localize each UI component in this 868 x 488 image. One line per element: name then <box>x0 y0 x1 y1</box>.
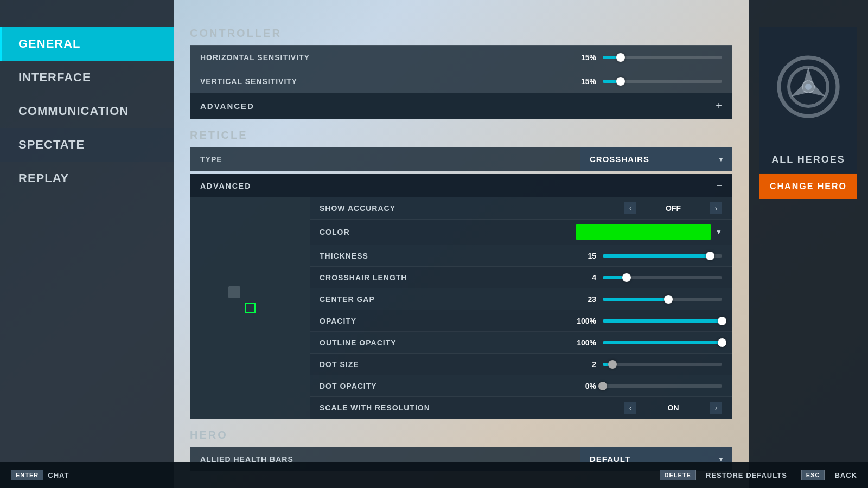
sidebar-item-communication[interactable]: COMMUNICATION <box>0 94 174 128</box>
show-accuracy-next[interactable]: › <box>710 202 722 214</box>
color-picker[interactable]: ▼ <box>576 224 722 240</box>
sidebar-item-replay[interactable]: REPLAY <box>0 162 174 195</box>
color-swatch[interactable] <box>576 224 711 240</box>
opacity-row: OPACITY 100% <box>310 310 732 332</box>
controller-advanced-expand-icon: + <box>716 100 722 112</box>
crosshair-preview-area <box>190 197 310 419</box>
controller-advanced-label: ADVANCED <box>200 101 716 111</box>
outline-opacity-slider[interactable] <box>603 341 722 344</box>
crosshair-length-row: CROSSHAIR LENGTH 4 <box>310 267 732 288</box>
horizontal-sensitivity-row: HORIZONTAL SENSITIVITY 15% <box>190 46 732 69</box>
controller-box: HORIZONTAL SENSITIVITY 15% VERTICAL SENS… <box>190 45 732 119</box>
dot-size-slider[interactable] <box>603 363 722 366</box>
dot-size-label: DOT SIZE <box>320 360 569 369</box>
show-accuracy-prev[interactable]: ‹ <box>624 202 636 214</box>
dot-size-value: 2 <box>569 360 596 369</box>
outline-opacity-row: OUTLINE OPACITY 100% <box>310 332 732 354</box>
scale-resolution-row: SCALE WITH RESOLUTION ‹ ON › <box>310 397 732 419</box>
hero-section-title: HERO <box>190 429 732 441</box>
sidebar: GENERAL INTERFACE COMMUNICATION SPECTATE… <box>0 0 174 488</box>
sidebar-item-interface[interactable]: INTERFACE <box>0 61 174 94</box>
controller-section-title: CONTROLLER <box>190 27 732 40</box>
dot-size-row: DOT SIZE 2 <box>310 354 732 375</box>
dot-opacity-slider[interactable] <box>603 384 722 388</box>
show-accuracy-label: SHOW ACCURACY <box>320 204 624 213</box>
vertical-sensitivity-value: 15% <box>569 77 596 86</box>
dot-opacity-value: 0% <box>569 382 596 390</box>
scale-resolution-toggle: ‹ ON › <box>624 402 722 414</box>
outline-opacity-value: 100% <box>569 338 596 347</box>
reticle-type-row: TYPE CROSSHAIRS DOT CIRCLE CIRCLE AND CR… <box>190 147 732 171</box>
scale-resolution-next[interactable]: › <box>710 402 722 414</box>
delete-key-badge: DELETE <box>660 470 696 480</box>
dot-opacity-label: DOT OPACITY <box>320 382 569 390</box>
sidebar-item-general-label: GENERAL <box>18 37 81 51</box>
scale-resolution-value: ON <box>641 403 706 412</box>
center-gap-value: 23 <box>569 295 596 304</box>
advanced-panel-title: ADVANCED <box>200 182 716 190</box>
all-heroes-label: ALL HEROES <box>760 146 857 173</box>
enter-shortcut: ENTER CHAT <box>11 470 69 480</box>
sidebar-item-communication-label: COMMUNICATION <box>18 104 129 118</box>
crosshair-length-slider[interactable] <box>603 276 722 279</box>
center-gap-row: CENTER GAP 23 <box>310 288 732 310</box>
sidebar-item-general[interactable]: GENERAL <box>0 27 174 61</box>
advanced-panel: ADVANCED − SHOW ACCURACY ‹ <box>190 174 732 419</box>
reticle-section-title: RETICLE <box>190 129 732 142</box>
crosshair-box <box>245 303 256 313</box>
advanced-panel-body: SHOW ACCURACY ‹ OFF › COLOR ▼ <box>190 197 732 419</box>
reticle-type-label: TYPE <box>190 148 580 171</box>
outline-opacity-label: OUTLINE OPACITY <box>320 338 569 347</box>
vertical-sensitivity-slider[interactable] <box>603 80 722 83</box>
color-label: COLOR <box>320 228 576 236</box>
vertical-sensitivity-label: VERTICAL SENSITIVITY <box>200 77 569 86</box>
show-accuracy-row: SHOW ACCURACY ‹ OFF › <box>310 197 732 220</box>
bottom-right: DELETE RESTORE DEFAULTS ESC BACK <box>660 470 857 480</box>
crosshair-length-label: CROSSHAIR LENGTH <box>320 273 569 282</box>
vertical-sensitivity-row: VERTICAL SENSITIVITY 15% <box>190 69 732 93</box>
opacity-value: 100% <box>569 317 596 325</box>
advanced-panel-header[interactable]: ADVANCED − <box>190 174 732 197</box>
sidebar-item-spectate[interactable]: SPECTATE <box>0 128 174 162</box>
svg-point-3 <box>805 84 812 90</box>
reticle-type-select-wrapper[interactable]: CROSSHAIRS DOT CIRCLE CIRCLE AND CROSSHA… <box>580 147 732 171</box>
horizontal-sensitivity-value: 15% <box>569 53 596 62</box>
thickness-label: THICKNESS <box>320 252 569 260</box>
sidebar-item-interface-label: INTERFACE <box>18 70 91 85</box>
thickness-row: THICKNESS 15 <box>310 245 732 267</box>
dot-opacity-row: DOT OPACITY 0% <box>310 375 732 397</box>
back-label: BACK <box>834 471 857 479</box>
change-hero-button[interactable]: CHANGE HERO <box>760 174 857 199</box>
sidebar-item-replay-label: REPLAY <box>18 171 69 185</box>
advanced-panel-collapse-icon: − <box>716 180 722 191</box>
center-gap-slider[interactable] <box>603 298 722 301</box>
hero-logo-area <box>760 27 857 146</box>
horizontal-sensitivity-label: HORIZONTAL SENSITIVITY <box>200 53 569 62</box>
opacity-slider[interactable] <box>603 319 722 323</box>
horizontal-sensitivity-slider[interactable] <box>603 56 722 59</box>
color-row: COLOR ▼ <box>310 220 732 245</box>
bottom-bar: ENTER CHAT DELETE RESTORE DEFAULTS ESC B… <box>0 462 868 488</box>
restore-defaults-label: RESTORE DEFAULTS <box>706 471 787 479</box>
show-accuracy-value: OFF <box>641 204 706 213</box>
esc-key-badge: ESC <box>801 470 825 480</box>
crosshair-length-value: 4 <box>569 273 596 282</box>
chat-label: CHAT <box>48 471 69 479</box>
color-dropdown-arrow-icon: ▼ <box>716 228 722 236</box>
enter-key-badge: ENTER <box>11 470 43 480</box>
opacity-label: OPACITY <box>320 317 569 325</box>
right-panel: ALL HEROES CHANGE HERO <box>749 0 868 488</box>
show-accuracy-toggle: ‹ OFF › <box>624 202 722 214</box>
controller-advanced-row[interactable]: ADVANCED + <box>190 93 732 119</box>
sidebar-item-spectate-label: SPECTATE <box>18 138 85 152</box>
center-gap-label: CENTER GAP <box>320 295 569 304</box>
overwatch-logo-icon <box>776 54 841 119</box>
main-content: CONTROLLER HORIZONTAL SENSITIVITY 15% VE… <box>174 0 749 488</box>
scale-resolution-prev[interactable]: ‹ <box>624 402 636 414</box>
reticle-type-select[interactable]: CROSSHAIRS DOT CIRCLE CIRCLE AND CROSSHA… <box>580 147 732 171</box>
thickness-slider[interactable] <box>603 254 722 258</box>
settings-list: SHOW ACCURACY ‹ OFF › COLOR ▼ <box>310 197 732 419</box>
thickness-value: 15 <box>569 252 596 260</box>
scale-resolution-label: SCALE WITH RESOLUTION <box>320 403 624 412</box>
